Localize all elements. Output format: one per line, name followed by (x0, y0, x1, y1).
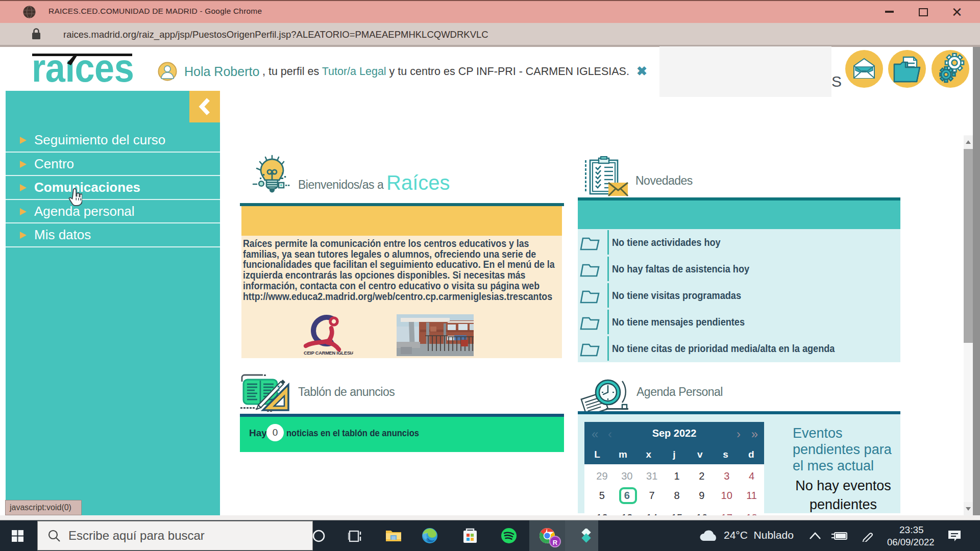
svg-text:CEIP CARMEN IGLESIAS: CEIP CARMEN IGLESIAS (304, 350, 353, 356)
